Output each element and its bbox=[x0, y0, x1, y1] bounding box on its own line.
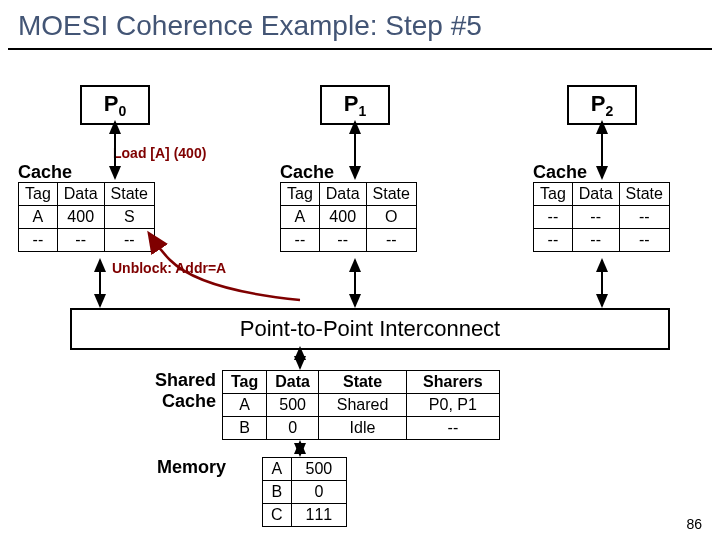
shared-col: State bbox=[318, 371, 406, 394]
shared-cache-table: Tag Data State Sharers A 500 Shared P0, … bbox=[222, 370, 500, 440]
diagram-stage: P0 P1 P2 Load [A] (400) Cache Cache Cach… bbox=[0, 50, 720, 540]
mem-cell: 0 bbox=[291, 481, 347, 504]
cache-table-1: TagDataState A400O ------ bbox=[280, 182, 417, 252]
cache-cell: S bbox=[104, 206, 154, 229]
cache-label-2: Cache bbox=[533, 162, 587, 183]
unblock-label: Unblock: Addr=A bbox=[112, 260, 226, 276]
shared-col: Data bbox=[267, 371, 319, 394]
cache-label-0: Cache bbox=[18, 162, 72, 183]
proc-name: P bbox=[591, 91, 606, 116]
cache-cell: -- bbox=[619, 206, 669, 229]
shared-cell: Shared bbox=[318, 394, 406, 417]
cache-col: State bbox=[619, 183, 669, 206]
cache-col: Tag bbox=[281, 183, 320, 206]
interconnect-box: Point-to-Point Interconnect bbox=[70, 308, 670, 350]
proc-sub: 0 bbox=[118, 103, 126, 119]
shared-cell: 500 bbox=[267, 394, 319, 417]
cache-cell: -- bbox=[534, 229, 573, 252]
mem-cell: 500 bbox=[291, 458, 347, 481]
cache-col: State bbox=[366, 183, 416, 206]
shared-cell: P0, P1 bbox=[407, 394, 500, 417]
cache-cell: -- bbox=[319, 229, 366, 252]
memory-table: A500 B0 C111 bbox=[262, 457, 347, 527]
shared-cache-label: Shared Cache bbox=[136, 370, 216, 412]
cache-cell: -- bbox=[366, 229, 416, 252]
proc-sub: 1 bbox=[358, 103, 366, 119]
cache-cell: -- bbox=[19, 229, 58, 252]
cache-cell: -- bbox=[572, 229, 619, 252]
cache-cell: -- bbox=[281, 229, 320, 252]
proc-name: P bbox=[104, 91, 119, 116]
cache-label-1: Cache bbox=[280, 162, 334, 183]
page-title: MOESI Coherence Example: Step #5 bbox=[8, 0, 712, 50]
cache-cell: 400 bbox=[319, 206, 366, 229]
slide-number: 86 bbox=[686, 516, 702, 532]
cache-col: Tag bbox=[19, 183, 58, 206]
cache-cell: -- bbox=[534, 206, 573, 229]
cache-cell: 400 bbox=[57, 206, 104, 229]
proc-box-p0: P0 bbox=[80, 85, 150, 125]
mem-cell: B bbox=[263, 481, 292, 504]
shared-col: Tag bbox=[223, 371, 267, 394]
cache-col: Data bbox=[572, 183, 619, 206]
cache-cell: -- bbox=[104, 229, 154, 252]
cache-col: Data bbox=[319, 183, 366, 206]
cache-cell: A bbox=[19, 206, 58, 229]
cache-cell: O bbox=[366, 206, 416, 229]
cache-cell: -- bbox=[57, 229, 104, 252]
proc-box-p1: P1 bbox=[320, 85, 390, 125]
shared-col: Sharers bbox=[407, 371, 500, 394]
cache-col: State bbox=[104, 183, 154, 206]
proc-name: P bbox=[344, 91, 359, 116]
cache-cell: -- bbox=[619, 229, 669, 252]
mem-cell: C bbox=[263, 504, 292, 527]
shared-cell: Idle bbox=[318, 417, 406, 440]
cache-col: Tag bbox=[534, 183, 573, 206]
shared-cell: 0 bbox=[267, 417, 319, 440]
shared-cell: B bbox=[223, 417, 267, 440]
proc-sub: 2 bbox=[605, 103, 613, 119]
cache-col: Data bbox=[57, 183, 104, 206]
cache-cell: A bbox=[281, 206, 320, 229]
shared-cell: -- bbox=[407, 417, 500, 440]
cache-table-0: TagDataState A400S ------ bbox=[18, 182, 155, 252]
mem-cell: A bbox=[263, 458, 292, 481]
proc-box-p2: P2 bbox=[567, 85, 637, 125]
cache-cell: -- bbox=[572, 206, 619, 229]
cache-table-2: TagDataState ------ ------ bbox=[533, 182, 670, 252]
shared-cell: A bbox=[223, 394, 267, 417]
load-label: Load [A] (400) bbox=[113, 145, 206, 161]
mem-cell: 111 bbox=[291, 504, 347, 527]
memory-label: Memory bbox=[150, 457, 226, 478]
